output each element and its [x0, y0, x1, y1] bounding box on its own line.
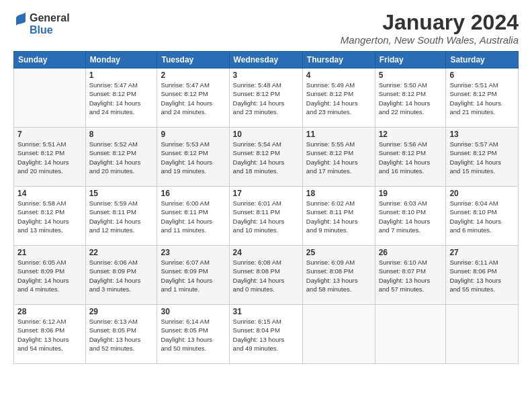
week-row-2: 7Sunrise: 5:51 AMSunset: 8:12 PMDaylight…: [14, 128, 519, 187]
col-thursday: Thursday: [302, 52, 375, 68]
day-number: 5: [379, 71, 443, 80]
table-cell: 25Sunrise: 6:09 AMSunset: 8:08 PMDayligh…: [302, 246, 375, 305]
logo-line2: Blue: [30, 24, 70, 36]
location: Mangerton, New South Wales, Australia: [341, 34, 519, 46]
day-number: 9: [161, 130, 225, 139]
day-number: 6: [449, 71, 515, 80]
day-number: 11: [306, 130, 371, 139]
day-number: 14: [17, 189, 82, 198]
day-number: 31: [233, 307, 299, 316]
table-cell: 12Sunrise: 5:56 AMSunset: 8:12 PMDayligh…: [375, 128, 446, 187]
day-info: Sunrise: 6:05 AMSunset: 8:09 PMDaylight:…: [17, 258, 82, 293]
day-info: Sunrise: 5:51 AMSunset: 8:12 PMDaylight:…: [17, 140, 82, 175]
day-info: Sunrise: 5:49 AMSunset: 8:12 PMDaylight:…: [306, 81, 371, 116]
day-info: Sunrise: 6:03 AMSunset: 8:10 PMDaylight:…: [379, 199, 443, 234]
table-cell: 27Sunrise: 6:11 AMSunset: 8:06 PMDayligh…: [446, 246, 519, 305]
col-wednesday: Wednesday: [229, 52, 302, 68]
logo-bird-icon: [13, 11, 27, 35]
day-info: Sunrise: 5:47 AMSunset: 8:12 PMDaylight:…: [89, 81, 154, 116]
day-info: Sunrise: 6:14 AMSunset: 8:05 PMDaylight:…: [161, 317, 225, 353]
day-info: Sunrise: 6:08 AMSunset: 8:08 PMDaylight:…: [233, 258, 299, 293]
col-friday: Friday: [375, 52, 446, 68]
week-row-1: 1Sunrise: 5:47 AMSunset: 8:12 PMDaylight…: [14, 68, 519, 128]
calendar-page: General Blue January 2024 Mangerton, New…: [0, 0, 532, 411]
table-cell: [375, 305, 446, 364]
table-cell: 3Sunrise: 5:48 AMSunset: 8:12 PMDaylight…: [229, 68, 302, 128]
table-cell: 22Sunrise: 6:06 AMSunset: 8:09 PMDayligh…: [85, 246, 157, 305]
day-number: 7: [17, 130, 82, 139]
day-info: Sunrise: 6:02 AMSunset: 8:11 PMDaylight:…: [306, 199, 371, 234]
table-cell: 11Sunrise: 5:55 AMSunset: 8:12 PMDayligh…: [302, 128, 375, 187]
day-number: 10: [233, 130, 299, 139]
day-info: Sunrise: 6:04 AMSunset: 8:10 PMDaylight:…: [449, 199, 515, 234]
day-number: 21: [17, 248, 82, 257]
week-row-3: 14Sunrise: 5:58 AMSunset: 8:12 PMDayligh…: [14, 187, 519, 246]
day-number: 22: [89, 248, 154, 257]
day-number: 13: [449, 130, 515, 139]
day-info: Sunrise: 6:11 AMSunset: 8:06 PMDaylight:…: [449, 258, 515, 293]
day-number: 20: [449, 189, 515, 198]
day-info: Sunrise: 6:12 AMSunset: 8:06 PMDaylight:…: [17, 317, 82, 353]
table-cell: 23Sunrise: 6:07 AMSunset: 8:09 PMDayligh…: [157, 246, 229, 305]
day-info: Sunrise: 5:47 AMSunset: 8:12 PMDaylight:…: [161, 81, 225, 116]
table-cell: 13Sunrise: 5:57 AMSunset: 8:12 PMDayligh…: [446, 128, 519, 187]
table-cell: 7Sunrise: 5:51 AMSunset: 8:12 PMDaylight…: [14, 128, 86, 187]
table-cell: 17Sunrise: 6:01 AMSunset: 8:11 PMDayligh…: [229, 187, 302, 246]
table-cell: 18Sunrise: 6:02 AMSunset: 8:11 PMDayligh…: [302, 187, 375, 246]
day-info: Sunrise: 5:54 AMSunset: 8:12 PMDaylight:…: [233, 140, 299, 175]
day-info: Sunrise: 5:51 AMSunset: 8:12 PMDaylight:…: [449, 81, 515, 116]
day-number: 28: [17, 307, 82, 316]
table-cell: 26Sunrise: 6:10 AMSunset: 8:07 PMDayligh…: [375, 246, 446, 305]
day-info: Sunrise: 5:57 AMSunset: 8:12 PMDaylight:…: [449, 140, 515, 175]
logo-line1: General: [30, 12, 70, 24]
day-number: 1: [89, 71, 154, 80]
table-cell: 31Sunrise: 6:15 AMSunset: 8:04 PMDayligh…: [229, 305, 302, 364]
day-number: 3: [233, 71, 299, 80]
day-number: 26: [379, 248, 443, 257]
table-cell: 1Sunrise: 5:47 AMSunset: 8:12 PMDaylight…: [85, 68, 157, 128]
table-cell: 15Sunrise: 5:59 AMSunset: 8:11 PMDayligh…: [85, 187, 157, 246]
day-number: 25: [306, 248, 371, 257]
day-info: Sunrise: 5:52 AMSunset: 8:12 PMDaylight:…: [89, 140, 154, 175]
table-cell: [302, 305, 375, 364]
day-info: Sunrise: 6:07 AMSunset: 8:09 PMDaylight:…: [161, 258, 225, 293]
day-number: 18: [306, 189, 371, 198]
day-info: Sunrise: 5:55 AMSunset: 8:12 PMDaylight:…: [306, 140, 371, 175]
calendar-header-row: Sunday Monday Tuesday Wednesday Thursday…: [14, 52, 519, 68]
day-number: 8: [89, 130, 154, 139]
day-info: Sunrise: 5:50 AMSunset: 8:12 PMDaylight:…: [379, 81, 443, 116]
day-number: 15: [89, 189, 154, 198]
table-cell: 16Sunrise: 6:00 AMSunset: 8:11 PMDayligh…: [157, 187, 229, 246]
col-saturday: Saturday: [446, 52, 519, 68]
day-number: 12: [379, 130, 443, 139]
col-tuesday: Tuesday: [157, 52, 229, 68]
table-cell: 8Sunrise: 5:52 AMSunset: 8:12 PMDaylight…: [85, 128, 157, 187]
day-info: Sunrise: 5:59 AMSunset: 8:11 PMDaylight:…: [89, 199, 154, 234]
day-info: Sunrise: 5:56 AMSunset: 8:12 PMDaylight:…: [379, 140, 443, 175]
day-number: 19: [379, 189, 443, 198]
day-number: 16: [161, 189, 225, 198]
day-number: 23: [161, 248, 225, 257]
table-cell: 2Sunrise: 5:47 AMSunset: 8:12 PMDaylight…: [157, 68, 229, 128]
table-cell: 10Sunrise: 5:54 AMSunset: 8:12 PMDayligh…: [229, 128, 302, 187]
month-title: January 2024: [341, 11, 519, 34]
calendar-table: Sunday Monday Tuesday Wednesday Thursday…: [13, 51, 519, 364]
day-number: 17: [233, 189, 299, 198]
logo: General Blue: [13, 11, 70, 38]
table-cell: 5Sunrise: 5:50 AMSunset: 8:12 PMDaylight…: [375, 68, 446, 128]
day-info: Sunrise: 5:58 AMSunset: 8:12 PMDaylight:…: [17, 199, 82, 234]
day-number: 4: [306, 71, 371, 80]
day-info: Sunrise: 5:53 AMSunset: 8:12 PMDaylight:…: [161, 140, 225, 175]
table-cell: [446, 305, 519, 364]
week-row-4: 21Sunrise: 6:05 AMSunset: 8:09 PMDayligh…: [14, 246, 519, 305]
day-info: Sunrise: 6:06 AMSunset: 8:09 PMDaylight:…: [89, 258, 154, 293]
day-number: 27: [449, 248, 515, 257]
table-cell: 24Sunrise: 6:08 AMSunset: 8:08 PMDayligh…: [229, 246, 302, 305]
table-cell: 28Sunrise: 6:12 AMSunset: 8:06 PMDayligh…: [14, 305, 86, 364]
title-area: January 2024 Mangerton, New South Wales,…: [341, 11, 519, 46]
day-info: Sunrise: 6:13 AMSunset: 8:05 PMDaylight:…: [89, 317, 154, 353]
day-info: Sunrise: 6:01 AMSunset: 8:11 PMDaylight:…: [233, 199, 299, 234]
table-cell: 21Sunrise: 6:05 AMSunset: 8:09 PMDayligh…: [14, 246, 86, 305]
day-number: 29: [89, 307, 154, 316]
table-cell: 4Sunrise: 5:49 AMSunset: 8:12 PMDaylight…: [302, 68, 375, 128]
